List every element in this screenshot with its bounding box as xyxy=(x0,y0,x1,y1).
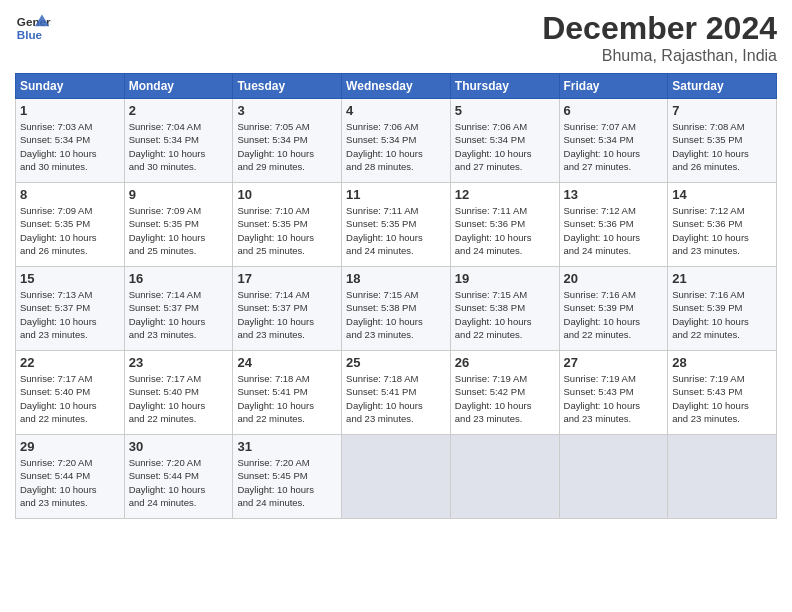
calendar-cell xyxy=(668,435,777,519)
week-row-4: 22Sunrise: 7:17 AMSunset: 5:40 PMDayligh… xyxy=(16,351,777,435)
day-info: Sunrise: 7:12 AMSunset: 5:36 PMDaylight:… xyxy=(672,204,772,257)
day-number: 15 xyxy=(20,271,120,286)
calendar-cell: 1Sunrise: 7:03 AMSunset: 5:34 PMDaylight… xyxy=(16,99,125,183)
day-info: Sunrise: 7:11 AMSunset: 5:35 PMDaylight:… xyxy=(346,204,446,257)
calendar-cell: 9Sunrise: 7:09 AMSunset: 5:35 PMDaylight… xyxy=(124,183,233,267)
weekday-header-saturday: Saturday xyxy=(668,74,777,99)
calendar-cell: 23Sunrise: 7:17 AMSunset: 5:40 PMDayligh… xyxy=(124,351,233,435)
day-info: Sunrise: 7:20 AMSunset: 5:44 PMDaylight:… xyxy=(129,456,229,509)
day-number: 28 xyxy=(672,355,772,370)
calendar-cell xyxy=(450,435,559,519)
calendar-cell: 15Sunrise: 7:13 AMSunset: 5:37 PMDayligh… xyxy=(16,267,125,351)
logo: General Blue xyxy=(15,10,51,46)
logo-icon: General Blue xyxy=(15,10,51,46)
day-number: 19 xyxy=(455,271,555,286)
calendar-cell: 12Sunrise: 7:11 AMSunset: 5:36 PMDayligh… xyxy=(450,183,559,267)
day-number: 8 xyxy=(20,187,120,202)
day-number: 2 xyxy=(129,103,229,118)
calendar-cell: 28Sunrise: 7:19 AMSunset: 5:43 PMDayligh… xyxy=(668,351,777,435)
day-number: 13 xyxy=(564,187,664,202)
weekday-header-thursday: Thursday xyxy=(450,74,559,99)
day-number: 17 xyxy=(237,271,337,286)
day-number: 9 xyxy=(129,187,229,202)
weekday-header-tuesday: Tuesday xyxy=(233,74,342,99)
calendar-title: December 2024 xyxy=(542,10,777,47)
day-info: Sunrise: 7:09 AMSunset: 5:35 PMDaylight:… xyxy=(129,204,229,257)
weekday-header-friday: Friday xyxy=(559,74,668,99)
weekday-header-sunday: Sunday xyxy=(16,74,125,99)
day-info: Sunrise: 7:18 AMSunset: 5:41 PMDaylight:… xyxy=(346,372,446,425)
calendar-container: General Blue December 2024 Bhuma, Rajast… xyxy=(0,0,792,529)
day-info: Sunrise: 7:19 AMSunset: 5:42 PMDaylight:… xyxy=(455,372,555,425)
calendar-cell: 4Sunrise: 7:06 AMSunset: 5:34 PMDaylight… xyxy=(342,99,451,183)
calendar-cell: 14Sunrise: 7:12 AMSunset: 5:36 PMDayligh… xyxy=(668,183,777,267)
day-info: Sunrise: 7:13 AMSunset: 5:37 PMDaylight:… xyxy=(20,288,120,341)
day-number: 18 xyxy=(346,271,446,286)
day-info: Sunrise: 7:19 AMSunset: 5:43 PMDaylight:… xyxy=(672,372,772,425)
day-number: 12 xyxy=(455,187,555,202)
day-info: Sunrise: 7:19 AMSunset: 5:43 PMDaylight:… xyxy=(564,372,664,425)
day-number: 10 xyxy=(237,187,337,202)
svg-text:Blue: Blue xyxy=(17,28,43,41)
calendar-cell: 21Sunrise: 7:16 AMSunset: 5:39 PMDayligh… xyxy=(668,267,777,351)
weekday-header-row: SundayMondayTuesdayWednesdayThursdayFrid… xyxy=(16,74,777,99)
day-info: Sunrise: 7:20 AMSunset: 5:45 PMDaylight:… xyxy=(237,456,337,509)
day-info: Sunrise: 7:14 AMSunset: 5:37 PMDaylight:… xyxy=(129,288,229,341)
day-number: 22 xyxy=(20,355,120,370)
day-info: Sunrise: 7:11 AMSunset: 5:36 PMDaylight:… xyxy=(455,204,555,257)
calendar-cell: 19Sunrise: 7:15 AMSunset: 5:38 PMDayligh… xyxy=(450,267,559,351)
calendar-table: SundayMondayTuesdayWednesdayThursdayFrid… xyxy=(15,73,777,519)
calendar-cell xyxy=(559,435,668,519)
day-info: Sunrise: 7:16 AMSunset: 5:39 PMDaylight:… xyxy=(672,288,772,341)
calendar-cell: 29Sunrise: 7:20 AMSunset: 5:44 PMDayligh… xyxy=(16,435,125,519)
day-number: 7 xyxy=(672,103,772,118)
calendar-cell: 24Sunrise: 7:18 AMSunset: 5:41 PMDayligh… xyxy=(233,351,342,435)
day-info: Sunrise: 7:07 AMSunset: 5:34 PMDaylight:… xyxy=(564,120,664,173)
day-info: Sunrise: 7:17 AMSunset: 5:40 PMDaylight:… xyxy=(20,372,120,425)
calendar-cell: 22Sunrise: 7:17 AMSunset: 5:40 PMDayligh… xyxy=(16,351,125,435)
day-info: Sunrise: 7:04 AMSunset: 5:34 PMDaylight:… xyxy=(129,120,229,173)
calendar-cell: 17Sunrise: 7:14 AMSunset: 5:37 PMDayligh… xyxy=(233,267,342,351)
week-row-1: 1Sunrise: 7:03 AMSunset: 5:34 PMDaylight… xyxy=(16,99,777,183)
calendar-cell xyxy=(342,435,451,519)
calendar-subtitle: Bhuma, Rajasthan, India xyxy=(542,47,777,65)
day-number: 3 xyxy=(237,103,337,118)
day-info: Sunrise: 7:17 AMSunset: 5:40 PMDaylight:… xyxy=(129,372,229,425)
calendar-cell: 30Sunrise: 7:20 AMSunset: 5:44 PMDayligh… xyxy=(124,435,233,519)
calendar-cell: 2Sunrise: 7:04 AMSunset: 5:34 PMDaylight… xyxy=(124,99,233,183)
day-info: Sunrise: 7:06 AMSunset: 5:34 PMDaylight:… xyxy=(455,120,555,173)
day-info: Sunrise: 7:16 AMSunset: 5:39 PMDaylight:… xyxy=(564,288,664,341)
day-number: 11 xyxy=(346,187,446,202)
calendar-cell: 16Sunrise: 7:14 AMSunset: 5:37 PMDayligh… xyxy=(124,267,233,351)
day-number: 5 xyxy=(455,103,555,118)
day-number: 31 xyxy=(237,439,337,454)
day-info: Sunrise: 7:15 AMSunset: 5:38 PMDaylight:… xyxy=(346,288,446,341)
weekday-header-monday: Monday xyxy=(124,74,233,99)
day-number: 6 xyxy=(564,103,664,118)
calendar-cell: 31Sunrise: 7:20 AMSunset: 5:45 PMDayligh… xyxy=(233,435,342,519)
calendar-cell: 3Sunrise: 7:05 AMSunset: 5:34 PMDaylight… xyxy=(233,99,342,183)
week-row-3: 15Sunrise: 7:13 AMSunset: 5:37 PMDayligh… xyxy=(16,267,777,351)
calendar-cell: 25Sunrise: 7:18 AMSunset: 5:41 PMDayligh… xyxy=(342,351,451,435)
day-info: Sunrise: 7:10 AMSunset: 5:35 PMDaylight:… xyxy=(237,204,337,257)
day-number: 21 xyxy=(672,271,772,286)
day-number: 16 xyxy=(129,271,229,286)
week-row-5: 29Sunrise: 7:20 AMSunset: 5:44 PMDayligh… xyxy=(16,435,777,519)
day-info: Sunrise: 7:14 AMSunset: 5:37 PMDaylight:… xyxy=(237,288,337,341)
calendar-cell: 18Sunrise: 7:15 AMSunset: 5:38 PMDayligh… xyxy=(342,267,451,351)
title-block: December 2024 Bhuma, Rajasthan, India xyxy=(542,10,777,65)
calendar-cell: 27Sunrise: 7:19 AMSunset: 5:43 PMDayligh… xyxy=(559,351,668,435)
day-info: Sunrise: 7:03 AMSunset: 5:34 PMDaylight:… xyxy=(20,120,120,173)
calendar-cell: 7Sunrise: 7:08 AMSunset: 5:35 PMDaylight… xyxy=(668,99,777,183)
calendar-cell: 5Sunrise: 7:06 AMSunset: 5:34 PMDaylight… xyxy=(450,99,559,183)
calendar-cell: 13Sunrise: 7:12 AMSunset: 5:36 PMDayligh… xyxy=(559,183,668,267)
calendar-cell: 6Sunrise: 7:07 AMSunset: 5:34 PMDaylight… xyxy=(559,99,668,183)
calendar-cell: 10Sunrise: 7:10 AMSunset: 5:35 PMDayligh… xyxy=(233,183,342,267)
day-number: 14 xyxy=(672,187,772,202)
week-row-2: 8Sunrise: 7:09 AMSunset: 5:35 PMDaylight… xyxy=(16,183,777,267)
day-info: Sunrise: 7:18 AMSunset: 5:41 PMDaylight:… xyxy=(237,372,337,425)
calendar-cell: 8Sunrise: 7:09 AMSunset: 5:35 PMDaylight… xyxy=(16,183,125,267)
day-number: 29 xyxy=(20,439,120,454)
calendar-cell: 20Sunrise: 7:16 AMSunset: 5:39 PMDayligh… xyxy=(559,267,668,351)
calendar-cell: 26Sunrise: 7:19 AMSunset: 5:42 PMDayligh… xyxy=(450,351,559,435)
